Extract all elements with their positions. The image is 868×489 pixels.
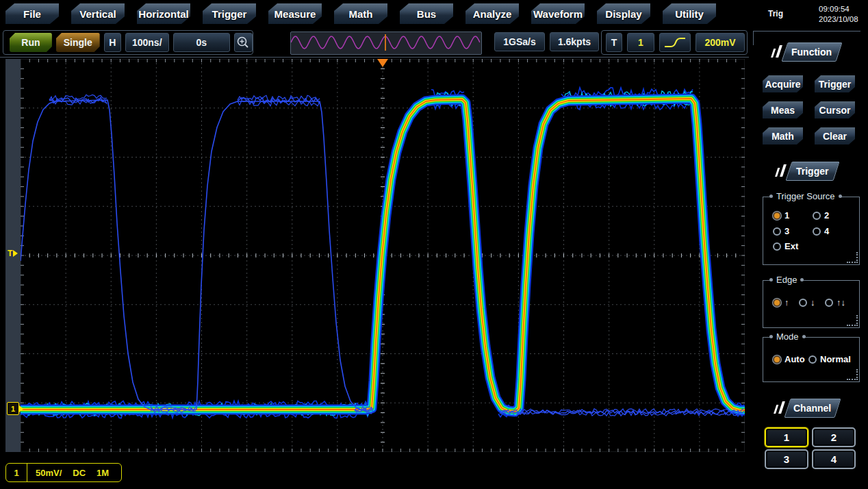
toolbar-separator [0, 57, 749, 58]
mode-normal-radio[interactable]: Normal [808, 354, 851, 364]
menu-math[interactable]: Math [334, 3, 387, 24]
channel-1-button[interactable]: 1 [765, 427, 808, 447]
channel1-coupling: DC [73, 468, 86, 478]
trigger-level-marker-label: T [8, 249, 12, 258]
trigger-mode-group-label: Mode [771, 331, 804, 342]
channel1-info-box[interactable]: 1 50mV/ DC 1M [5, 463, 122, 482]
horizontal-h-button[interactable]: H [104, 33, 121, 52]
magnifier-plus-icon [236, 36, 250, 49]
trigger-section-header[interactable]: Trigger [785, 162, 839, 181]
timebase-button[interactable]: 100ns/ [125, 33, 169, 52]
edge-rising-radio[interactable]: ↑ [773, 297, 789, 308]
function-section-header[interactable]: Function [781, 42, 842, 62]
channel-3-button[interactable]: 3 [765, 449, 808, 469]
mode-auto-radio[interactable]: Auto [773, 354, 805, 364]
trigger-header-flash-icon [780, 164, 787, 177]
menu-vertical[interactable]: Vertical [71, 3, 125, 24]
time-label: 09:09:54 [819, 4, 864, 14]
function-acquire-button[interactable]: Acquire [763, 75, 803, 92]
date-label: 2023/10/08 [819, 14, 864, 25]
trigger-source-2-radio[interactable]: 2 [813, 210, 829, 221]
sample-rate-button[interactable]: 1GSa/s [494, 32, 545, 51]
menu-waveform[interactable]: Waveform [531, 3, 585, 24]
menu-trigger[interactable]: Trigger [203, 3, 256, 24]
edge-either-radio[interactable]: ↑↓ [825, 297, 845, 308]
horizontal-offset-button[interactable]: 0s [173, 33, 230, 52]
trigger-status-label: Trig [768, 9, 783, 18]
channel1-offset-marker[interactable]: 1 [7, 402, 23, 415]
trigger-edge-group: Edge ↑ ↓ ↑↓ [763, 280, 860, 328]
trigger-source-1-radio[interactable]: 1 [773, 210, 789, 221]
menu-display[interactable]: Display [597, 3, 650, 24]
function-clear-button[interactable]: Clear [815, 127, 855, 145]
rising-edge-icon [663, 34, 687, 51]
function-meas-button[interactable]: Meas [763, 101, 803, 118]
function-header-flash-icon [776, 45, 782, 58]
acquisition-toolbar-group: Run Single H 100ns/ 0s [3, 30, 253, 55]
channel1-impedance: 1M [97, 468, 109, 478]
trigger-source-group-label: Trigger Source [771, 191, 840, 201]
function-cursor-button[interactable]: Cursor [815, 101, 855, 118]
waveform-preview[interactable] [290, 32, 482, 55]
menu-horizontal[interactable]: Horizontal [137, 3, 190, 24]
oscilloscope-screen: File Vertical Horizontal Trigger Measure… [0, 0, 868, 489]
group-grip-icon [847, 252, 858, 263]
menu-file[interactable]: File [5, 3, 59, 24]
memory-depth-button[interactable]: 1.6kpts [550, 32, 599, 51]
trigger-source-button[interactable]: 1 [627, 33, 654, 52]
trigger-level-arrow-icon [13, 250, 18, 257]
channel1-number: 1 [6, 464, 27, 481]
function-math-button[interactable]: Math [763, 127, 803, 145]
trigger-source-ext-radio[interactable]: Ext [773, 241, 798, 251]
channel-section-header[interactable]: Channel [784, 399, 841, 418]
single-button[interactable]: Single [56, 33, 100, 52]
waveform-preview-svg [291, 32, 480, 53]
group-grip-icon [847, 315, 858, 326]
menu-analyze[interactable]: Analyze [465, 3, 519, 24]
menu-measure[interactable]: Measure [268, 3, 322, 24]
trigger-toolbar-group: T 1 200mV [601, 30, 748, 55]
menubar: File Vertical Horizontal Trigger Measure… [5, 3, 716, 24]
trigger-source-4-radio[interactable]: 4 [813, 226, 829, 236]
trigger-mode-group: Mode Auto Normal [763, 337, 860, 382]
channel1-marker-label: 1 [7, 402, 19, 415]
trigger-slope-button[interactable] [659, 33, 691, 52]
channel-4-button[interactable]: 4 [812, 449, 856, 469]
trigger-source-3-radio[interactable]: 3 [773, 226, 789, 236]
trigger-edge-group-label: Edge [771, 275, 802, 285]
channel1-scale: 50mV/ [36, 468, 62, 478]
function-trigger-button[interactable]: Trigger [815, 75, 855, 92]
trigger-level-button[interactable]: 200mV [695, 33, 745, 52]
waveform-display-area[interactable]: T 1 [5, 59, 745, 462]
run-button[interactable]: Run [10, 33, 52, 52]
zoom-button[interactable] [234, 33, 253, 52]
graticule-svg[interactable] [21, 59, 745, 452]
clock: 09:09:54 2023/10/08 [819, 4, 864, 25]
trigger-t-button[interactable]: T [606, 33, 622, 52]
channel1-marker-arrow-icon [19, 405, 23, 412]
menu-bus[interactable]: Bus [400, 3, 453, 24]
channel-header-flash-icon [778, 401, 785, 414]
edge-falling-radio[interactable]: ↓ [799, 297, 815, 308]
group-grip-icon [847, 369, 858, 380]
channel-2-button[interactable]: 2 [812, 427, 856, 447]
menu-utility[interactable]: Utility [663, 3, 716, 24]
trigger-level-marker[interactable]: T [8, 249, 18, 258]
trigger-source-group: Trigger Source 1 2 3 4 Ext [763, 197, 860, 265]
